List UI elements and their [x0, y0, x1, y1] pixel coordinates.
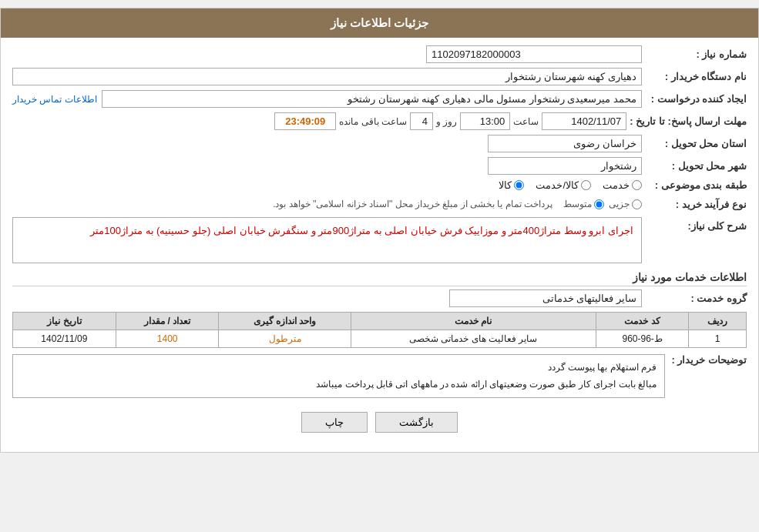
mohlat-date: 1402/11/07 [542, 112, 626, 130]
nam-dastgah-row: نام دستگاه خریدار : دهیاری کهنه شهرستان … [12, 68, 747, 85]
buyer-notes-section: توضیحات خریدار : فرم استهلام بها پیوست گ… [12, 354, 747, 398]
ijad-konande-label: ایجاد کننده درخواست : [646, 93, 747, 105]
table-header-2: نام خدمت [351, 313, 596, 330]
tabaqe-radio-group: خدمت کالا/خدمت کالا [499, 179, 642, 191]
shahr-value: رشتخوار [488, 157, 642, 175]
navae-row: نوع فرآیند خرید : جزیی متوسط پرداخت تمام… [12, 196, 747, 212]
shomara-niaz-row: شماره نیاز : 1102097182000003 [12, 45, 747, 63]
buyer-notes-label: توضیحات خریدار : [670, 354, 747, 398]
table-cell-0-0: 1 [689, 330, 747, 348]
shomara-niaz-value: 1102097182000003 [426, 45, 642, 63]
table-cell-0-5: 1402/11/09 [13, 330, 116, 348]
table-header-4: تعداد / مقدار [116, 313, 219, 330]
services-table: ردیفکد خدمتنام خدمتواحد اندازه گیریتعداد… [12, 312, 747, 348]
table-row: 1ط-96-960سایر فعالیت های خدماتی شخصیمترط… [13, 330, 747, 348]
radio-motavasset-label: متوسط [563, 199, 592, 209]
radio-motavasset-input[interactable] [594, 199, 604, 209]
ijad-konande-row: ایجاد کننده درخواست : محمد میرسعیدی رشتخ… [12, 90, 747, 108]
payment-note: پرداخت تمام یا بخشی از مبلغ خریداز محل "… [267, 196, 559, 212]
baqi-label: ساعت باقی مانده [339, 116, 407, 127]
nam-dastgah-label: نام دستگاه خریدار : [646, 71, 747, 82]
table-header-1: کد خدمت [596, 313, 688, 330]
saat-label: ساعت [513, 116, 539, 127]
grooh-khedmat-value: سایر فعالیتهای خدماتی [449, 289, 642, 307]
shahr-row: شهر محل تحویل : رشتخوار [12, 157, 747, 175]
table-cell-0-2: سایر فعالیت های خدماتی شخصی [351, 330, 596, 348]
navae-label: نوع فرآیند خرید : [646, 199, 747, 210]
table-cell-0-4: 1400 [116, 330, 219, 348]
nam-dastgah-value: دهیاری کهنه شهرستان رشتخوار [12, 68, 642, 85]
radio-jozi-label: جزیی [609, 199, 630, 209]
radio-khedmat-label: خدمت [603, 179, 630, 191]
page-title: جزئیات اطلاعات نیاز [331, 16, 428, 29]
table-header-3: واحد اندازه گیری [219, 313, 351, 330]
ostan-value: خراسان رضوی [488, 135, 642, 152]
tabaqe-row: طبقه بندی موضوعی : خدمت کالا/خدمت کالا [12, 179, 747, 191]
mohlat-row: مهلت ارسال پاسخ: تا تاریخ : 1402/11/07 س… [12, 112, 747, 130]
ostan-label: استان محل تحویل : [646, 138, 747, 149]
table-cell-0-1: ط-96-960 [596, 330, 688, 348]
ettelaat-tamas-link[interactable]: اطلاعات تماس خریدار [12, 94, 97, 105]
mohlat-saat: 13:00 [460, 112, 510, 130]
table-cell-0-3: مترطول [219, 330, 351, 348]
radio-motavasset-item: متوسط [563, 199, 604, 209]
grooh-khedmat-row: گروه خدمت : سایر فعالیتهای خدماتی [12, 289, 747, 307]
buyer-notes-line2: مبالغ بابت اجرای کار طبق صورت وضعیتهای ا… [21, 376, 657, 393]
grooh-khedmat-label: گروه خدمت : [646, 293, 747, 304]
radio-kala-khedmat-item: کالا/خدمت [536, 179, 591, 191]
shahr-label: شهر محل تحویل : [646, 160, 747, 172]
sharh-label: شرح کلی نیاز: [646, 217, 747, 232]
radio-khedmat-input[interactable] [632, 180, 642, 190]
service-section-title: اطلاعات خدمات مورد نیاز [12, 271, 747, 286]
button-row: بازگشت چاپ [12, 404, 747, 444]
print-button[interactable]: چاپ [301, 412, 368, 433]
buyer-notes-line1: فرم استهلام بها پیوست گردد [21, 360, 657, 376]
tabaqe-label: طبقه بندی موضوعی : [646, 179, 747, 191]
ijad-konande-value: محمد میرسعیدی رشتخوار مسئول مالی دهیاری … [102, 90, 642, 108]
back-button[interactable]: بازگشت [375, 412, 458, 433]
radio-jozi-item: جزیی [609, 199, 642, 209]
shomara-niaz-label: شماره نیاز : [646, 49, 747, 60]
radio-kala-khedmat-label: کالا/خدمت [536, 179, 579, 191]
mohlat-baqi: 23:49:09 [274, 112, 336, 130]
mohlat-label: مهلت ارسال پاسخ: تا تاریخ : [630, 115, 747, 127]
radio-khedmat-item: خدمت [603, 179, 642, 191]
buyer-notes-box: فرم استهلام بها پیوست گردد مبالغ بابت اج… [12, 354, 665, 398]
radio-kala-khedmat-input[interactable] [581, 180, 591, 190]
radio-kala-input[interactable] [514, 180, 524, 190]
table-header-5: تاریخ نیاز [13, 313, 116, 330]
mohlat-rooz: 4 [410, 112, 433, 130]
page-header: جزئیات اطلاعات نیاز [1, 8, 758, 38]
ostan-row: استان محل تحویل : خراسان رضوی [12, 135, 747, 152]
rooz-label: روز و [436, 116, 457, 127]
process-radio-group: جزیی متوسط پرداخت تمام یا بخشی از مبلغ خ… [267, 196, 642, 212]
radio-jozi-input[interactable] [632, 199, 642, 209]
sharh-value: اجرای ابرو وسط متراژ400متر و موزاییک فرش… [12, 217, 642, 263]
radio-kala-label: کالا [499, 179, 512, 191]
sharh-row: شرح کلی نیاز: اجرای ابرو وسط متراژ400متر… [12, 217, 747, 263]
table-header-0: ردیف [689, 313, 747, 330]
radio-kala-item: کالا [499, 179, 524, 191]
